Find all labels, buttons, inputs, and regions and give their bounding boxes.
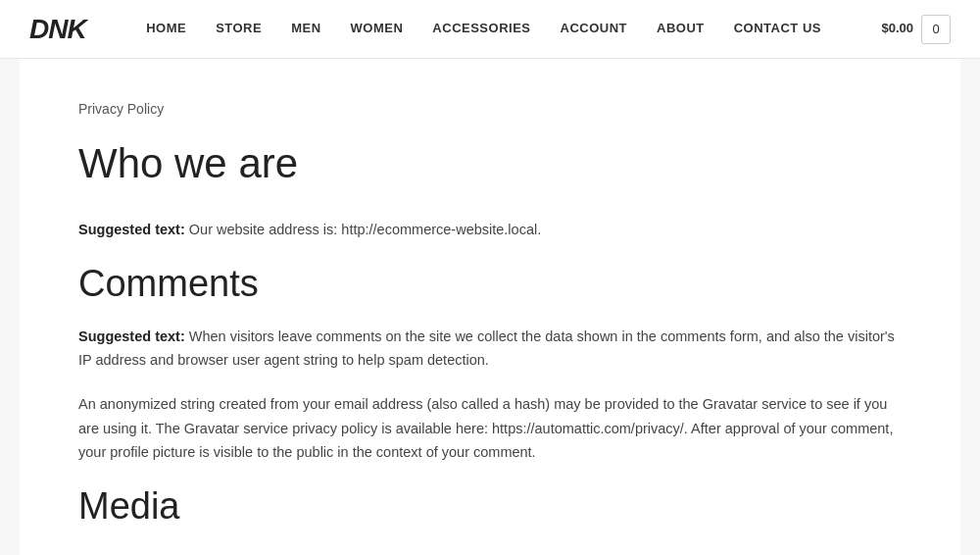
page-subtitle: Privacy Policy: [78, 98, 902, 120]
cart-button[interactable]: 0: [921, 15, 951, 44]
main-content: Privacy Policy Who we are Suggested text…: [20, 59, 960, 555]
nav-contact-us[interactable]: CONTACT US: [734, 19, 821, 39]
logo-text: DNK: [29, 16, 86, 43]
comments-body: An anonymized string created from your e…: [78, 392, 902, 465]
comments-suggested: Suggested text: When visitors leave comm…: [78, 326, 902, 373]
cart-area: $0.00 0: [881, 15, 951, 44]
who-we-are-suggested: Suggested text: Our website address is: …: [78, 219, 902, 242]
main-nav: HOME STORE MEN WOMEN ACCESSORIES ACCOUNT…: [86, 19, 882, 39]
logo[interactable]: DNK: [29, 16, 86, 43]
who-we-are-heading: Who we are: [78, 139, 902, 188]
nav-store[interactable]: STORE: [216, 19, 262, 39]
nav-account[interactable]: ACCOUNT: [561, 19, 628, 39]
suggested-text-1: Our website address is: http://ecommerce…: [185, 222, 541, 237]
cart-count: 0: [932, 22, 939, 36]
comments-heading: Comments: [78, 262, 902, 307]
cart-price: $0.00: [881, 19, 913, 39]
nav-home[interactable]: HOME: [146, 19, 186, 39]
media-heading: Media: [78, 484, 902, 530]
nav-women[interactable]: WOMEN: [351, 19, 404, 39]
suggested-label-2: Suggested text:: [78, 328, 185, 344]
nav-accessories[interactable]: ACCESSORIES: [432, 19, 530, 39]
nav-about[interactable]: ABOUT: [657, 19, 705, 39]
suggested-label-1: Suggested text:: [78, 222, 185, 237]
site-header: DNK HOME STORE MEN WOMEN ACCESSORIES ACC…: [0, 0, 980, 59]
suggested-text-2: When visitors leave comments on the site…: [78, 328, 895, 368]
nav-men[interactable]: MEN: [291, 19, 320, 39]
